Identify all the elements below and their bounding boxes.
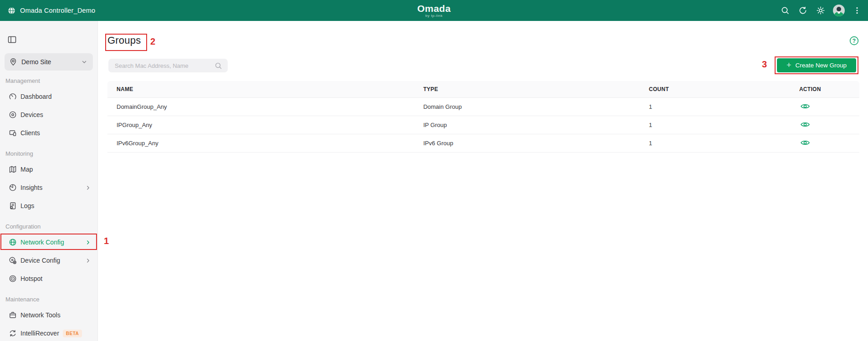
group-type: Domain Group (423, 97, 648, 116)
chevron-right-icon (85, 239, 91, 245)
section-maintenance: Maintenance (0, 293, 97, 306)
group-type: IPv6 Group (423, 134, 648, 152)
chevron-right-icon (85, 258, 91, 264)
insights-icon (9, 183, 17, 192)
sidebar-item-device-config[interactable]: Device Config (0, 251, 97, 270)
column-header-action: ACTION (799, 81, 859, 97)
user-avatar[interactable] (833, 5, 845, 16)
search-input[interactable] (108, 62, 214, 69)
table-row: DomainGroup_Any Domain Group 1 (107, 97, 859, 116)
create-new-group-label: Create New Group (795, 62, 847, 69)
omada-logo: Omada by tp-link (417, 4, 451, 18)
sidebar-item-logs[interactable]: Logs (0, 197, 97, 215)
sidebar-item-label: Dashboard (20, 93, 91, 100)
toolbox-icon (9, 311, 17, 319)
sidebar-item-label: Clients (20, 129, 91, 137)
omada-logo-text: Omada (417, 4, 451, 13)
svg-text:?: ? (853, 38, 856, 44)
annotation-number-step2: 2 (150, 36, 155, 47)
eye-icon[interactable] (799, 138, 811, 147)
sync-icon (9, 329, 17, 337)
annotation-number-step1: 1 (104, 236, 109, 246)
chevron-right-icon (85, 185, 91, 191)
sidebar-item-label: Network Config (20, 239, 85, 246)
plus-icon: + (786, 61, 791, 69)
beta-badge: BETA (63, 330, 82, 337)
group-count: 1 (649, 134, 799, 152)
sidebar-item-network-tools[interactable]: Network Tools (0, 306, 97, 324)
table-header: NAME TYPE COUNT ACTION (107, 81, 859, 97)
controller-title: Omada Controller_Demo (20, 7, 95, 14)
groups-table: NAME TYPE COUNT ACTION DomainGroup_Any D… (107, 81, 859, 153)
hotspot-icon (9, 275, 17, 283)
section-monitoring: Monitoring (0, 148, 97, 160)
eye-icon[interactable] (799, 102, 811, 111)
sidebar-item-dashboard[interactable]: Dashboard (0, 87, 97, 106)
group-count: 1 (649, 97, 799, 116)
main-content: Groups ? + Create New Group NAME (98, 21, 868, 341)
devices-icon (9, 111, 17, 119)
site-selector-label: Demo Site (21, 58, 81, 66)
sidebar-item-label: Map (20, 166, 91, 173)
sidebar-item-clients[interactable]: Clients (0, 124, 97, 142)
globe-icon (9, 238, 17, 246)
device-config-icon (9, 256, 17, 265)
topbar-actions (780, 0, 863, 21)
section-management: Management (0, 75, 97, 87)
table-row: IPv6Group_Any IPv6 Group 1 (107, 134, 859, 152)
sidebar-item-label: Network Tools (20, 311, 91, 319)
column-header-type: TYPE (423, 81, 648, 97)
sidebar-item-insights[interactable]: Insights (0, 178, 97, 197)
omada-logo-subtext: by tp-link (417, 14, 451, 18)
column-header-count: COUNT (649, 81, 799, 97)
map-icon (9, 165, 17, 173)
location-pin-icon (9, 58, 17, 66)
site-selector[interactable]: Demo Site (5, 53, 93, 71)
group-name: IPv6Group_Any (107, 134, 423, 152)
group-count: 1 (649, 116, 799, 134)
search-icon[interactable] (214, 62, 222, 70)
group-name: IPGroup_Any (107, 116, 423, 134)
refresh-icon[interactable] (797, 5, 808, 16)
group-name: DomainGroup_Any (107, 97, 423, 116)
sidebar-item-label: Devices (20, 111, 91, 118)
sidebar-item-hotspot[interactable]: Hotspot (0, 270, 97, 288)
annotation-number-step3: 3 (762, 59, 767, 70)
sidebar-item-label: Logs (20, 202, 91, 209)
sidebar-item-devices[interactable]: Devices (0, 106, 97, 124)
chevron-down-icon (81, 59, 87, 65)
omada-controller-page: Omada Controller_Demo Omada by tp-link (0, 0, 868, 341)
topbar: Omada Controller_Demo Omada by tp-link (0, 0, 868, 21)
section-configuration: Configuration (0, 220, 97, 233)
sidebar: Demo Site Management Dashboard (0, 21, 98, 341)
panel-collapse-icon[interactable] (8, 36, 17, 44)
sidebar-item-label: IntelliRecover (20, 330, 59, 337)
dashboard-icon (9, 92, 17, 101)
controller-globe-icon (8, 7, 15, 15)
help-circle-icon[interactable]: ? (849, 36, 859, 46)
sidebar-item-network-config[interactable]: Network Config (0, 233, 97, 251)
sidebar-item-label: Hotspot (20, 275, 91, 282)
sidebar-item-map[interactable]: Map (0, 160, 97, 178)
search-icon[interactable] (780, 5, 791, 16)
clients-icon (9, 129, 17, 137)
page-title: Groups (107, 35, 141, 46)
sidebar-item-intellirecover[interactable]: IntelliRecover BETA (0, 324, 97, 341)
group-type: IP Group (423, 116, 648, 134)
more-vertical-icon[interactable] (852, 5, 863, 16)
column-header-name: NAME (107, 81, 423, 97)
eye-icon[interactable] (799, 120, 811, 129)
sidebar-item-label: Device Config (20, 257, 85, 264)
table-row: IPGroup_Any IP Group 1 (107, 116, 859, 134)
controller-identity: Omada Controller_Demo (0, 7, 95, 15)
logs-icon (9, 202, 17, 210)
sidebar-item-label: Insights (20, 184, 85, 191)
theme-icon[interactable] (815, 5, 826, 16)
create-new-group-button[interactable]: + Create New Group (777, 58, 856, 72)
group-search (108, 59, 228, 72)
